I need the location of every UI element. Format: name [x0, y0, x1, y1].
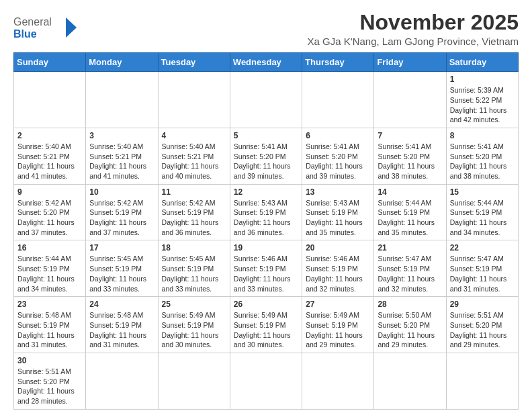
day-info: Sunrise: 5:48 AM Sunset: 5:19 PM Dayligh… — [17, 310, 82, 350]
calendar-cell: 26Sunrise: 5:49 AM Sunset: 5:19 PM Dayli… — [230, 297, 302, 353]
day-number: 13 — [306, 187, 370, 197]
day-info: Sunrise: 5:50 AM Sunset: 5:20 PM Dayligh… — [378, 310, 442, 350]
title-area: November 2025 Xa GJa K'Nang, Lam GJong P… — [308, 11, 519, 47]
weekday-header-wednesday: Wednesday — [230, 53, 302, 72]
calendar-cell: 18Sunrise: 5:45 AM Sunset: 5:19 PM Dayli… — [158, 240, 230, 297]
day-info: Sunrise: 5:42 AM Sunset: 5:19 PM Dayligh… — [89, 198, 154, 238]
day-info: Sunrise: 5:40 AM Sunset: 5:21 PM Dayligh… — [17, 142, 82, 181]
day-info: Sunrise: 5:44 AM Sunset: 5:19 PM Dayligh… — [450, 198, 515, 238]
calendar-cell: 12Sunrise: 5:43 AM Sunset: 5:19 PM Dayli… — [230, 184, 302, 240]
calendar-cell: 23Sunrise: 5:48 AM Sunset: 5:19 PM Dayli… — [14, 297, 86, 353]
day-number: 19 — [234, 243, 298, 253]
day-info: Sunrise: 5:49 AM Sunset: 5:19 PM Dayligh… — [306, 310, 370, 350]
day-info: Sunrise: 5:45 AM Sunset: 5:19 PM Dayligh… — [89, 254, 154, 293]
calendar-cell: 11Sunrise: 5:42 AM Sunset: 5:19 PM Dayli… — [158, 184, 230, 240]
day-number: 20 — [306, 243, 370, 253]
day-number: 28 — [378, 300, 442, 309]
svg-marker-2 — [66, 17, 77, 38]
calendar-cell: 2Sunrise: 5:40 AM Sunset: 5:21 PM Daylig… — [14, 128, 86, 184]
location-subtitle: Xa GJa K'Nang, Lam GJong Province, Vietn… — [308, 36, 519, 47]
weekday-header-monday: Monday — [86, 53, 158, 72]
day-number: 2 — [17, 131, 82, 140]
day-info: Sunrise: 5:41 AM Sunset: 5:20 PM Dayligh… — [234, 142, 298, 181]
calendar-cell — [158, 72, 230, 128]
day-number: 12 — [234, 187, 298, 197]
month-title: November 2025 — [308, 11, 519, 34]
calendar-week-row: 9Sunrise: 5:42 AM Sunset: 5:20 PM Daylig… — [14, 184, 519, 240]
calendar-cell: 19Sunrise: 5:46 AM Sunset: 5:19 PM Dayli… — [230, 240, 302, 297]
calendar-week-row: 23Sunrise: 5:48 AM Sunset: 5:19 PM Dayli… — [14, 297, 519, 353]
calendar-cell: 14Sunrise: 5:44 AM Sunset: 5:19 PM Dayli… — [374, 184, 446, 240]
calendar-cell — [302, 72, 374, 128]
calendar-cell — [302, 353, 374, 409]
calendar-cell: 16Sunrise: 5:44 AM Sunset: 5:19 PM Dayli… — [14, 240, 86, 297]
day-info: Sunrise: 5:48 AM Sunset: 5:19 PM Dayligh… — [89, 310, 154, 350]
logo: GeneralBlue — [13, 11, 87, 44]
calendar-cell: 29Sunrise: 5:51 AM Sunset: 5:20 PM Dayli… — [446, 297, 518, 353]
calendar-cell: 20Sunrise: 5:46 AM Sunset: 5:19 PM Dayli… — [302, 240, 374, 297]
day-number: 22 — [450, 243, 515, 253]
day-info: Sunrise: 5:41 AM Sunset: 5:20 PM Dayligh… — [306, 142, 370, 181]
day-number: 11 — [162, 187, 226, 197]
calendar-cell — [446, 353, 518, 409]
day-number: 23 — [17, 300, 82, 309]
calendar-cell: 1Sunrise: 5:39 AM Sunset: 5:22 PM Daylig… — [446, 72, 518, 128]
day-number: 15 — [450, 187, 515, 197]
day-info: Sunrise: 5:39 AM Sunset: 5:22 PM Dayligh… — [450, 85, 515, 125]
day-info: Sunrise: 5:44 AM Sunset: 5:19 PM Dayligh… — [17, 254, 82, 293]
day-info: Sunrise: 5:46 AM Sunset: 5:19 PM Dayligh… — [234, 254, 298, 293]
calendar-cell — [86, 72, 158, 128]
calendar-week-row: 16Sunrise: 5:44 AM Sunset: 5:19 PM Dayli… — [14, 240, 519, 297]
weekday-header-row: SundayMondayTuesdayWednesdayThursdayFrid… — [14, 53, 519, 72]
calendar-cell: 28Sunrise: 5:50 AM Sunset: 5:20 PM Dayli… — [374, 297, 446, 353]
day-number: 8 — [450, 131, 515, 140]
day-number: 1 — [450, 75, 515, 84]
day-number: 17 — [89, 243, 154, 253]
calendar-cell: 17Sunrise: 5:45 AM Sunset: 5:19 PM Dayli… — [86, 240, 158, 297]
day-number: 30 — [17, 356, 82, 365]
day-number: 25 — [162, 300, 226, 309]
calendar-cell: 27Sunrise: 5:49 AM Sunset: 5:19 PM Dayli… — [302, 297, 374, 353]
calendar-cell: 13Sunrise: 5:43 AM Sunset: 5:19 PM Dayli… — [302, 184, 374, 240]
calendar-week-row: 30Sunrise: 5:51 AM Sunset: 5:20 PM Dayli… — [14, 353, 519, 409]
calendar-cell — [230, 72, 302, 128]
day-info: Sunrise: 5:49 AM Sunset: 5:19 PM Dayligh… — [234, 310, 298, 350]
calendar-cell: 9Sunrise: 5:42 AM Sunset: 5:20 PM Daylig… — [14, 184, 86, 240]
calendar-cell: 24Sunrise: 5:48 AM Sunset: 5:19 PM Dayli… — [86, 297, 158, 353]
calendar-table: SundayMondayTuesdayWednesdayThursdayFrid… — [13, 52, 519, 410]
logo-area: GeneralBlue — [13, 11, 87, 44]
day-info: Sunrise: 5:46 AM Sunset: 5:19 PM Dayligh… — [306, 254, 370, 293]
svg-text:Blue: Blue — [13, 28, 37, 40]
day-number: 9 — [17, 187, 82, 197]
weekday-header-saturday: Saturday — [446, 53, 518, 72]
calendar-cell — [230, 353, 302, 409]
calendar-cell — [158, 353, 230, 409]
day-number: 3 — [89, 131, 154, 140]
calendar-cell: 15Sunrise: 5:44 AM Sunset: 5:19 PM Dayli… — [446, 184, 518, 240]
calendar-cell — [374, 72, 446, 128]
day-number: 18 — [162, 243, 226, 253]
day-number: 6 — [306, 131, 370, 140]
calendar-week-row: 2Sunrise: 5:40 AM Sunset: 5:21 PM Daylig… — [14, 128, 519, 184]
weekday-header-thursday: Thursday — [302, 53, 374, 72]
page-header: GeneralBlue November 2025 Xa GJa K'Nang,… — [13, 11, 519, 47]
calendar-cell: 25Sunrise: 5:49 AM Sunset: 5:19 PM Dayli… — [158, 297, 230, 353]
day-info: Sunrise: 5:45 AM Sunset: 5:19 PM Dayligh… — [162, 254, 226, 293]
calendar-cell: 10Sunrise: 5:42 AM Sunset: 5:19 PM Dayli… — [86, 184, 158, 240]
day-number: 21 — [378, 243, 442, 253]
calendar-cell: 3Sunrise: 5:40 AM Sunset: 5:21 PM Daylig… — [86, 128, 158, 184]
calendar-cell: 5Sunrise: 5:41 AM Sunset: 5:20 PM Daylig… — [230, 128, 302, 184]
calendar-cell: 4Sunrise: 5:40 AM Sunset: 5:21 PM Daylig… — [158, 128, 230, 184]
day-info: Sunrise: 5:51 AM Sunset: 5:20 PM Dayligh… — [17, 367, 82, 406]
day-number: 10 — [89, 187, 154, 197]
day-number: 27 — [306, 300, 370, 309]
calendar-cell: 7Sunrise: 5:41 AM Sunset: 5:20 PM Daylig… — [374, 128, 446, 184]
day-number: 4 — [162, 131, 226, 140]
day-info: Sunrise: 5:49 AM Sunset: 5:19 PM Dayligh… — [162, 310, 226, 350]
calendar-cell: 6Sunrise: 5:41 AM Sunset: 5:20 PM Daylig… — [302, 128, 374, 184]
weekday-header-friday: Friday — [374, 53, 446, 72]
calendar-cell: 22Sunrise: 5:47 AM Sunset: 5:19 PM Dayli… — [446, 240, 518, 297]
day-number: 5 — [234, 131, 298, 140]
day-info: Sunrise: 5:43 AM Sunset: 5:19 PM Dayligh… — [234, 198, 298, 238]
day-info: Sunrise: 5:42 AM Sunset: 5:20 PM Dayligh… — [17, 198, 82, 238]
